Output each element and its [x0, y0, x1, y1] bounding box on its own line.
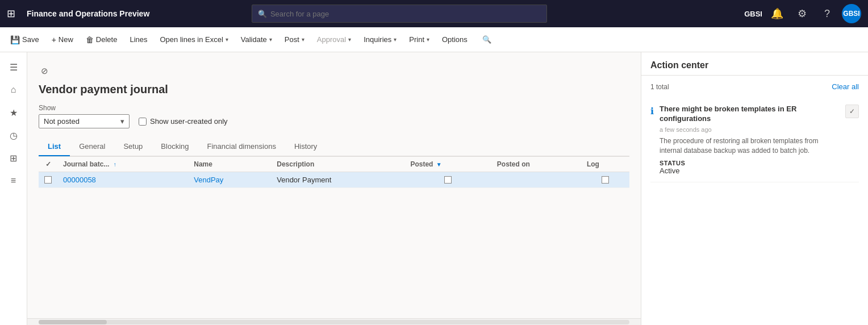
sidebar-item-modules[interactable]: ≡ [3, 170, 24, 191]
sidebar-item-workspaces[interactable]: ⊞ [3, 148, 24, 168]
notification-time: a few seconds ago [660, 126, 840, 133]
posted-filter-icon: ▼ [436, 161, 442, 168]
notification-title: There might be broken templates in ER co… [660, 105, 840, 124]
status-section: STATUS Active [660, 160, 840, 175]
show-label: Show [39, 104, 629, 112]
col-header-posted[interactable]: Posted ▼ [404, 157, 491, 172]
app-title: Finance and Operations Preview [27, 9, 149, 18]
show-dropdown[interactable]: Not posted ▾ [39, 114, 130, 128]
sidebar-item-recent[interactable]: ◷ [3, 125, 24, 145]
row-log [581, 172, 629, 188]
new-label: New [59, 35, 73, 44]
new-icon: + [52, 35, 56, 44]
col-header-name[interactable]: Name [188, 157, 271, 172]
validate-button[interactable]: Validate [235, 32, 278, 47]
sort-asc-icon: ↑ [114, 161, 116, 168]
row-checkbox[interactable] [44, 176, 52, 184]
print-button[interactable]: Print [403, 32, 435, 47]
delete-label: Delete [96, 35, 118, 44]
left-sidebar: ☰ ⌂ ★ ◷ ⊞ ≡ [0, 52, 27, 325]
tab-general[interactable]: General [70, 138, 114, 156]
log-checkbox[interactable] [602, 176, 609, 184]
col-header-description[interactable]: Description [271, 157, 404, 172]
tab-history[interactable]: History [285, 138, 326, 156]
notification-card: ℹ There might be broken templates in ER … [650, 98, 859, 182]
approval-button[interactable]: Approval [311, 32, 357, 47]
inquiries-label: Inquiries [364, 35, 391, 44]
tab-list[interactable]: List [39, 138, 70, 156]
show-controls: Not posted ▾ Show user-created only [39, 114, 629, 128]
status-label: STATUS [660, 160, 840, 166]
new-button[interactable]: + New [46, 32, 79, 48]
sidebar-item-hamburger[interactable]: ☰ [3, 57, 24, 77]
lines-label: Lines [130, 35, 147, 44]
nav-right-group: GBSI 🔔 ⚙ ? GBSI [744, 3, 861, 24]
delete-button[interactable]: 🗑 Delete [80, 32, 123, 48]
row-posted-on [491, 172, 581, 188]
show-user-created-only-text: Show user-created only [150, 117, 228, 126]
notification-total-count: 1 total [650, 83, 669, 91]
options-label: Options [442, 35, 468, 44]
check-all-icon: ✓ [45, 160, 51, 168]
settings-icon-button[interactable]: ⚙ [792, 3, 812, 24]
show-user-created-only-checkbox[interactable] [139, 118, 147, 126]
col-header-journal-batch[interactable]: Journal batc... ↑ [57, 157, 188, 172]
help-icon-button[interactable]: ? [817, 3, 837, 24]
scroll-thumb[interactable] [39, 320, 107, 324]
action-center-body: 1 total Clear all ℹ There might be broke… [641, 76, 868, 325]
tab-blocking[interactable]: Blocking [152, 138, 198, 156]
info-icon: ℹ [650, 106, 654, 175]
save-icon: 💾 [10, 35, 20, 44]
org-label: GBSI [744, 10, 762, 18]
filter-button[interactable]: ⊘ [39, 64, 51, 78]
open-lines-in-excel-button[interactable]: Open lines in Excel [155, 32, 234, 47]
journal-table: ✓ Journal batc... ↑ Name Description Pos… [39, 156, 629, 188]
sidebar-item-home[interactable]: ⌂ [3, 80, 24, 100]
user-avatar-button[interactable]: GBSI [842, 4, 861, 23]
search-button[interactable]: 🔍 [477, 32, 497, 47]
grid-menu-icon[interactable]: ⊞ [7, 7, 15, 20]
search-icon: 🔍 [258, 10, 267, 18]
sidebar-item-favorites[interactable]: ★ [3, 102, 24, 123]
lines-button[interactable]: Lines [124, 32, 153, 47]
row-name: VendPay [188, 172, 271, 188]
command-bar: 💾 Save + New 🗑 Delete Lines Open lines i… [0, 27, 868, 52]
journal-batch-link[interactable]: 00000058 [63, 176, 96, 184]
validate-label: Validate [241, 35, 267, 44]
status-value: Active [660, 166, 840, 175]
global-search[interactable]: 🔍 [252, 5, 547, 23]
chevron-down-icon: ▾ [120, 117, 124, 126]
row-posted [404, 172, 491, 188]
content-area: ⊘ Vendor payment journal Show Not posted… [27, 52, 641, 325]
collapse-notification-button[interactable]: ✓ [845, 105, 859, 118]
action-center-panel: Action center 1 total Clear all ℹ There … [641, 52, 868, 325]
table-row[interactable]: 00000058 VendPay Vendor Payment [39, 172, 629, 188]
save-button[interactable]: 💾 Save [5, 32, 45, 48]
col-header-log[interactable]: Log [581, 157, 629, 172]
row-check-cell [39, 172, 57, 188]
row-description: Vendor Payment [271, 172, 404, 188]
horizontal-scrollbar[interactable] [27, 318, 641, 325]
posted-checkbox[interactable] [444, 176, 452, 184]
save-label: Save [22, 35, 39, 44]
col-header-posted-on[interactable]: Posted on [491, 157, 581, 172]
show-user-created-only-label[interactable]: Show user-created only [139, 117, 228, 126]
print-label: Print [409, 35, 424, 44]
main-layout: ☰ ⌂ ★ ◷ ⊞ ≡ ⊘ Vendor payment journal Sho… [0, 52, 868, 325]
post-button[interactable]: Post [279, 32, 310, 47]
options-button[interactable]: Options [436, 32, 473, 47]
tabs: List General Setup Blocking Financial di… [39, 138, 629, 156]
tab-financial-dimensions[interactable]: Financial dimensions [198, 138, 285, 156]
row-journal-batch: 00000058 [57, 172, 188, 188]
notification-body: The procedure of restoring all broken te… [660, 136, 840, 156]
bell-icon-button[interactable]: 🔔 [767, 3, 787, 24]
clear-all-button[interactable]: Clear all [832, 82, 859, 91]
tab-setup[interactable]: Setup [114, 138, 152, 156]
name-link[interactable]: VendPay [194, 176, 223, 184]
delete-icon: 🗑 [86, 35, 94, 44]
search-input[interactable] [270, 10, 541, 18]
post-label: Post [285, 35, 299, 44]
action-center-header: Action center [641, 52, 868, 76]
inquiries-button[interactable]: Inquiries [358, 32, 402, 47]
col-header-select: ✓ [39, 157, 57, 172]
